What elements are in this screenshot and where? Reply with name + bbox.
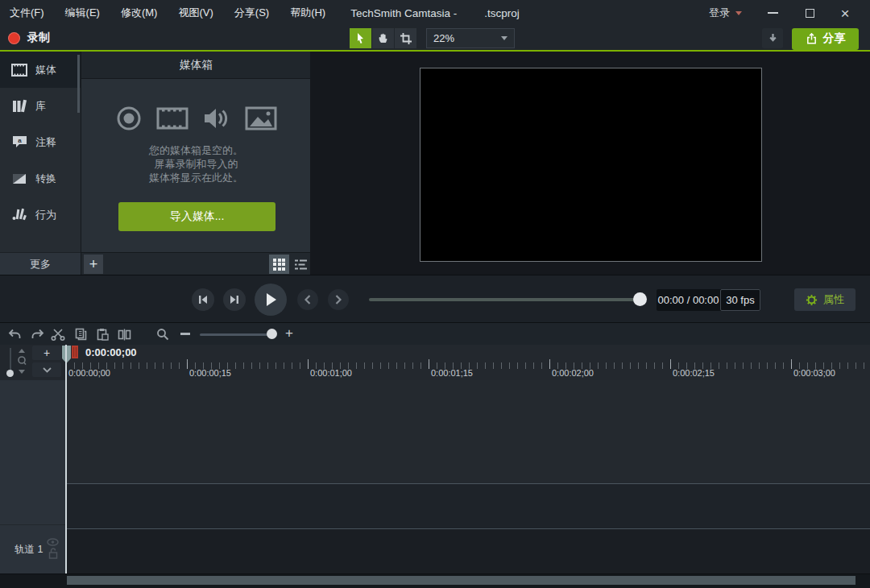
- ruler-label: 0:00:01;15: [431, 368, 473, 378]
- menu-edit[interactable]: 编辑(E): [65, 6, 100, 20]
- menu-help[interactable]: 帮助(H): [290, 6, 325, 20]
- menu-view[interactable]: 视图(V): [178, 6, 213, 20]
- timeline-scrollbar-thumb[interactable]: [67, 576, 856, 585]
- menu-bar: 文件(F) 编辑(E) 修改(M) 视图(V) 分享(S) 帮助(H): [10, 0, 325, 26]
- pan-tool-button[interactable]: [372, 28, 394, 48]
- minimize-button[interactable]: [760, 0, 785, 26]
- step-back-button[interactable]: [192, 288, 214, 311]
- track-options-button[interactable]: [32, 362, 61, 377]
- recording-icon: [115, 105, 143, 132]
- list-view-button[interactable]: [291, 255, 310, 274]
- step-forward-button[interactable]: [223, 288, 246, 311]
- track-height-slider-thumb[interactable]: [6, 370, 14, 377]
- preview-canvas[interactable]: [420, 68, 762, 262]
- timeline-zoom-slider-thumb[interactable]: [267, 329, 277, 339]
- sidebar-item-annotations[interactable]: a 注释: [0, 124, 81, 160]
- chevron-down-icon: [735, 11, 742, 15]
- playback-bar: 00:00 / 00:00 30 fps 属性: [0, 275, 870, 322]
- track-slot-upper[interactable]: [66, 484, 870, 528]
- timeline-ruler[interactable]: 0:00:00;00 0:00:00;15 0:00:01;00 0:00:01…: [66, 345, 870, 380]
- eye-icon: [47, 538, 59, 546]
- timeline-scrollbar: [0, 574, 870, 586]
- fps-display[interactable]: 30 fps: [720, 289, 760, 311]
- sidebar-item-label: 转换: [35, 172, 56, 186]
- zoom-out-button[interactable]: [180, 333, 190, 335]
- properties-button[interactable]: 属性: [794, 288, 856, 311]
- title-bar: 文件(F) 编辑(E) 修改(M) 视图(V) 分享(S) 帮助(H) Tech…: [0, 0, 870, 26]
- undo-button[interactable]: [6, 327, 23, 342]
- timeline-empty-area[interactable]: [66, 380, 870, 483]
- seek-slider-thumb[interactable]: [633, 292, 647, 306]
- next-button[interactable]: [328, 289, 349, 310]
- track-1-label[interactable]: 轨道 1: [14, 543, 43, 557]
- track-1-lane[interactable]: [66, 529, 870, 574]
- grid-view-button[interactable]: [269, 255, 289, 274]
- chevron-right-icon: [335, 295, 342, 304]
- chevron-down-icon: [43, 367, 52, 373]
- download-button[interactable]: [762, 28, 783, 48]
- add-track-button[interactable]: +: [32, 346, 61, 360]
- plus-icon: +: [89, 256, 98, 273]
- grid-view-icon: [273, 259, 285, 271]
- timeline-zoom-button[interactable]: [155, 327, 171, 342]
- canvas-area: [310, 52, 870, 275]
- playhead-time: 0:00:00;00: [85, 346, 137, 358]
- cursor-icon: [354, 32, 367, 45]
- ruler-label: 0:00:03;00: [793, 368, 835, 378]
- split-button[interactable]: [116, 327, 132, 342]
- redo-icon: [31, 329, 44, 341]
- sign-in-menu[interactable]: 登录: [709, 0, 742, 26]
- cut-button[interactable]: [50, 327, 66, 342]
- step-back-icon: [197, 295, 209, 304]
- paste-icon: [97, 328, 109, 341]
- seek-slider-track[interactable]: [369, 298, 641, 301]
- record-icon: [8, 32, 20, 44]
- sidebar-item-media[interactable]: 媒体: [0, 52, 81, 88]
- video-filmstrip-icon: [156, 105, 188, 132]
- canvas-zoom-value: 22%: [433, 32, 454, 44]
- sidebar-item-transitions[interactable]: 转换: [0, 160, 81, 197]
- track-controls: +: [0, 345, 66, 380]
- add-media-button[interactable]: +: [84, 255, 103, 274]
- media-type-icons: [81, 105, 311, 132]
- menu-file[interactable]: 文件(F): [10, 6, 44, 20]
- playhead-line[interactable]: [65, 345, 67, 574]
- track-header-column: 轨道 1: [0, 380, 66, 574]
- hand-icon: [377, 32, 390, 45]
- vertical-zoom-icon: [17, 349, 27, 378]
- sidebar-scrollbar[interactable]: [77, 55, 80, 113]
- record-button[interactable]: 录制: [8, 26, 50, 50]
- crop-tool-button[interactable]: [395, 28, 416, 48]
- audio-speaker-icon: [202, 105, 231, 132]
- select-tool-button[interactable]: [350, 28, 371, 48]
- tools-sidebar: 媒体 库 a 注释 转换 行为: [0, 52, 81, 252]
- play-button[interactable]: [255, 284, 287, 316]
- share-button[interactable]: 分享: [792, 28, 859, 50]
- record-label: 录制: [27, 31, 50, 45]
- play-icon: [264, 292, 277, 307]
- close-button[interactable]: ×: [833, 0, 857, 26]
- menu-modify[interactable]: 修改(M): [121, 6, 158, 20]
- paste-button[interactable]: [94, 327, 110, 342]
- ruler-label: 0:00:02;00: [552, 368, 594, 378]
- track-lock-toggle[interactable]: [48, 548, 58, 562]
- import-media-button[interactable]: 导入媒体...: [118, 202, 276, 231]
- current-time: 00:00 / 00:00: [657, 294, 720, 306]
- zoom-in-button[interactable]: +: [285, 325, 293, 342]
- menu-share[interactable]: 分享(S): [234, 6, 269, 20]
- previous-button[interactable]: [297, 289, 318, 310]
- media-bin-panel: 媒体箱 您的媒体箱是空的。 屏幕录制和导入的 媒体将显示在此处。 导入媒体...…: [81, 52, 310, 275]
- unlock-icon: [48, 548, 58, 559]
- ruler-label: 0:00:00;15: [189, 368, 231, 378]
- maximize-button[interactable]: [798, 0, 822, 26]
- sidebar-item-library[interactable]: 库: [0, 88, 81, 124]
- scissors-icon: [51, 328, 65, 341]
- sidebar-item-label: 注释: [35, 135, 56, 150]
- timeline-zoom-slider-track[interactable]: [200, 333, 274, 336]
- redo-button[interactable]: [29, 327, 45, 342]
- sidebar-more-button[interactable]: 更多: [0, 252, 81, 275]
- canvas-zoom-dropdown[interactable]: 22%: [426, 28, 515, 48]
- copy-button[interactable]: [72, 327, 89, 342]
- sidebar-item-behaviors[interactable]: 行为: [0, 197, 81, 233]
- transition-icon: [10, 171, 28, 187]
